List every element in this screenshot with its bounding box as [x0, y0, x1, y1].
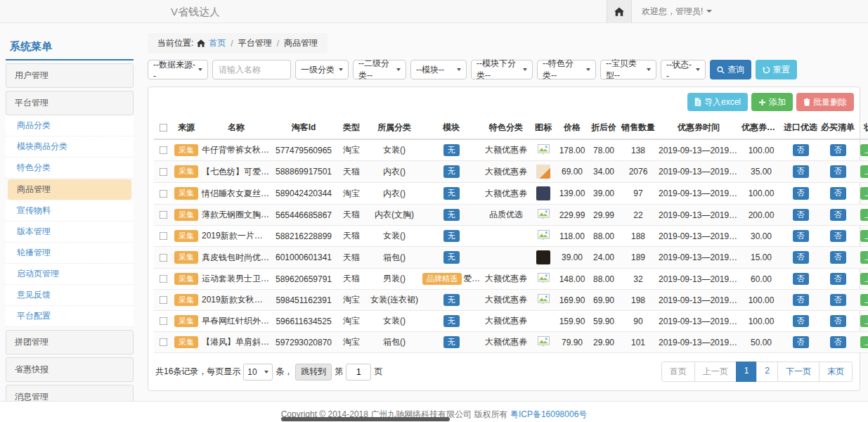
name-search-input[interactable]: [212, 60, 291, 79]
row-checkbox[interactable]: [160, 146, 168, 155]
row-select-cell: [154, 183, 172, 205]
row-checkbox[interactable]: [160, 211, 168, 219]
pager-button-末页[interactable]: 末页: [819, 362, 853, 382]
home-button[interactable]: [607, 0, 632, 23]
sidebar-item-拼团管理[interactable]: 拼团管理: [6, 330, 134, 354]
sidebar-item-商品分类[interactable]: 商品分类: [6, 115, 134, 136]
import-select-badge[interactable]: 否: [793, 187, 809, 200]
sidebar-item-启动页管理[interactable]: 启动页管理: [6, 264, 134, 285]
discount-price-cell: 39.00: [588, 183, 619, 205]
status-badge[interactable]: 上架: [860, 315, 868, 328]
icp-link[interactable]: 粤ICP备16098006号: [510, 409, 587, 419]
sidebar-item-意见反馈[interactable]: 意见反馈: [6, 285, 134, 306]
sidebar-item-轮播管理[interactable]: 轮播管理: [6, 243, 134, 264]
row-checkbox[interactable]: [160, 232, 168, 241]
horizontal-scrollbar-thumb[interactable]: [281, 417, 450, 421]
must-buy-badge[interactable]: 否: [830, 187, 846, 200]
import-excel-button[interactable]: 导入excel: [687, 93, 748, 111]
page-size-select[interactable]: 10: [243, 364, 273, 381]
status-badge[interactable]: 上架: [860, 187, 868, 200]
add-button[interactable]: 添加: [751, 93, 793, 111]
row-checkbox[interactable]: [160, 296, 168, 305]
status-badge[interactable]: 上架: [860, 294, 868, 307]
must-buy-badge[interactable]: 否: [830, 273, 846, 286]
module-badge: 无: [443, 251, 460, 264]
must-buy-badge[interactable]: 否: [830, 209, 846, 222]
pager-button-首页[interactable]: 首页: [661, 362, 695, 382]
type-cell: 淘宝: [335, 311, 368, 332]
import-select-badge[interactable]: 否: [793, 230, 809, 243]
user-menu[interactable]: 欢迎您，管理员!: [642, 6, 712, 18]
status-badge[interactable]: 上架: [860, 251, 868, 264]
feature-category-select[interactable]: --特色分类--: [537, 60, 596, 79]
must-buy-badge[interactable]: 否: [830, 294, 846, 307]
bulk-delete-button[interactable]: 批量删除: [796, 93, 854, 111]
page-number-input[interactable]: [346, 364, 371, 381]
breadcrumb-home-link[interactable]: 首页: [209, 37, 226, 49]
sidebar-item-省惠快报[interactable]: 省惠快报: [6, 357, 134, 382]
import-select-cell: 否: [782, 226, 819, 247]
select-all-checkbox[interactable]: [160, 124, 168, 132]
type-cell: 天猫: [335, 226, 368, 247]
must-buy-badge[interactable]: 否: [830, 230, 846, 243]
sidebar-item-宣传物料[interactable]: 宣传物料: [6, 200, 134, 222]
must-buy-badge[interactable]: 否: [830, 251, 846, 264]
discount-price-cell: 24.00: [588, 247, 619, 269]
status-cell: 上架: [857, 269, 868, 290]
category-cell: 女装(连衣裙): [368, 290, 421, 311]
status-select[interactable]: --状态--: [661, 60, 706, 79]
search-button[interactable]: 查询: [710, 60, 751, 79]
sidebar-item-消息管理[interactable]: 消息管理: [6, 385, 134, 401]
import-select-badge[interactable]: 否: [793, 315, 809, 328]
module-sub-category-select[interactable]: --模块下分类--: [471, 60, 533, 79]
import-select-badge[interactable]: 否: [793, 294, 809, 307]
sidebar-item-特色分类[interactable]: 特色分类: [6, 158, 134, 179]
status-badge[interactable]: 上架: [860, 209, 868, 222]
sidebar-item-用户管理[interactable]: 用户管理: [6, 63, 134, 88]
level1-category-select[interactable]: 一级分类: [295, 60, 349, 79]
coupon-time-cell: 2019-09-13—2019-09-17: [657, 139, 740, 161]
sidebar-item-平台配置[interactable]: 平台配置: [6, 306, 134, 327]
pager-button-上一页[interactable]: 上一页: [694, 362, 737, 382]
level2-category-select[interactable]: --二级分类--: [353, 60, 406, 79]
row-checkbox[interactable]: [160, 338, 168, 347]
status-badge[interactable]: 上架: [860, 230, 868, 243]
import-select-badge[interactable]: 否: [793, 336, 809, 349]
broken-image-icon: [538, 273, 550, 283]
import-select-badge[interactable]: 否: [793, 144, 809, 157]
icon-cell: [531, 226, 556, 247]
import-select-badge[interactable]: 否: [793, 209, 809, 222]
import-select-badge[interactable]: 否: [793, 273, 809, 286]
status-badge[interactable]: 上架: [860, 273, 868, 286]
must-buy-badge[interactable]: 否: [830, 144, 846, 157]
must-buy-badge[interactable]: 否: [830, 315, 846, 328]
sidebar-item-商品管理[interactable]: 商品管理: [8, 179, 131, 200]
status-badge[interactable]: 上架: [860, 165, 868, 178]
breadcrumb-section: 平台管理: [238, 37, 272, 49]
row-checkbox[interactable]: [160, 275, 168, 283]
row-checkbox[interactable]: [160, 317, 168, 326]
module-select[interactable]: --模块--: [410, 60, 467, 79]
sidebar-item-版本管理[interactable]: 版本管理: [6, 222, 134, 243]
item-type-select[interactable]: --宝贝类型--: [600, 60, 656, 79]
import-select-badge[interactable]: 否: [793, 251, 809, 264]
pager-button-2[interactable]: 2: [756, 362, 778, 382]
must-buy-badge[interactable]: 否: [830, 336, 846, 349]
sidebar-item-平台管理[interactable]: 平台管理: [6, 91, 134, 115]
row-checkbox[interactable]: [160, 167, 168, 176]
select-caret-icon: [696, 68, 700, 71]
price-cell: 139.00: [556, 183, 588, 205]
import-select-badge[interactable]: 否: [793, 165, 809, 178]
pager-button-1[interactable]: 1: [736, 362, 758, 382]
reset-button[interactable]: 重置: [756, 60, 797, 79]
pager-button-下一页[interactable]: 下一页: [777, 362, 820, 382]
sidebar-item-模块商品分类[interactable]: 模块商品分类: [6, 136, 134, 158]
status-badge[interactable]: 上架: [860, 144, 868, 157]
data-source-select[interactable]: --数据来源--: [148, 60, 208, 79]
must-buy-badge[interactable]: 否: [830, 165, 846, 178]
row-checkbox[interactable]: [160, 253, 168, 262]
jump-button[interactable]: 跳转到: [295, 364, 332, 381]
row-checkbox[interactable]: [160, 189, 168, 198]
name-cell: 【七色纺】可爱纯棉家...: [200, 161, 272, 183]
status-badge[interactable]: 上架: [860, 336, 868, 349]
